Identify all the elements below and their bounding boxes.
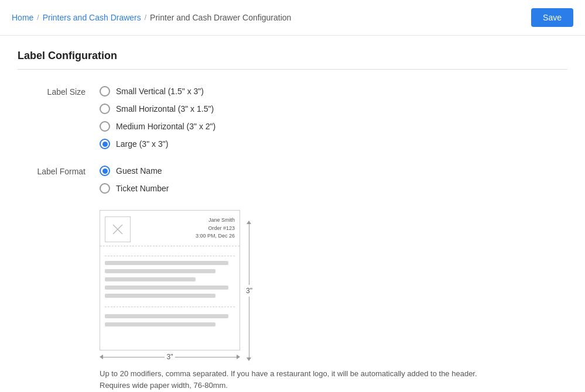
label-medium-horizontal-text: Medium Horizontal (3" x 2")	[116, 122, 215, 131]
label-line-4	[105, 286, 228, 290]
label-large-text: Large (3" x 3")	[116, 139, 168, 149]
label-size-large[interactable]: Large (3" x 3")	[100, 139, 215, 149]
label-format-guest-name[interactable]: Guest Name	[100, 166, 169, 176]
label-format-options: Guest Name Ticket Number	[100, 166, 169, 194]
label-size-small-vertical[interactable]: Small Vertical (1.5" x 3")	[100, 86, 215, 97]
preview-time-label: 3:00 PM, Dec 26	[135, 232, 235, 240]
label-guest-info: Jane Smith Order #123 3:00 PM, Dec 26	[135, 216, 235, 242]
label-preview-header: Jane Smith Order #123 3:00 PM, Dec 26	[100, 211, 240, 246]
dim-line-h	[103, 357, 165, 357]
dim-height-label: 3"	[246, 285, 252, 297]
label-dashed-sep-1	[105, 256, 235, 256]
radio-guest-name-fill	[102, 169, 108, 174]
label-body	[100, 246, 240, 307]
radio-large-fill	[102, 142, 108, 147]
breadcrumb-sep-2: /	[145, 13, 146, 22]
label-size-label: Label Size	[18, 86, 100, 97]
dimension-bottom: 3"	[100, 353, 240, 361]
caption-text: Up to 20 modifiers, comma separated. If …	[100, 368, 498, 391]
dim-width-label: 3"	[165, 353, 176, 361]
preview-order-label: Order #123	[135, 225, 235, 233]
label-format-row: Label Format Guest Name Ticket Number	[18, 166, 567, 194]
label-line-1	[105, 261, 228, 265]
label-line-5	[105, 294, 215, 298]
dim-line-v-2	[249, 297, 249, 357]
radio-guest-name	[100, 166, 110, 176]
dim-line-h-2	[175, 357, 237, 357]
label-line-6	[105, 314, 228, 318]
label-preview-wrap: Jane Smith Order #123 3:00 PM, Dec 26	[100, 210, 567, 361]
label-small-horizontal-text: Small Horizontal (3" x 1.5")	[116, 104, 214, 114]
label-format-ticket-number[interactable]: Ticket Number	[100, 183, 169, 194]
label-ticket-number-text: Ticket Number	[116, 184, 169, 193]
label-bottom-lines	[100, 307, 240, 333]
label-size-medium-horizontal[interactable]: Medium Horizontal (3" x 2")	[100, 121, 215, 132]
breadcrumb-sep-1: /	[37, 13, 39, 22]
label-size-row: Label Size Small Vertical (1.5" x 3") Sm…	[18, 86, 567, 149]
dim-line-v	[249, 224, 249, 285]
label-preview-diagram: Jane Smith Order #123 3:00 PM, Dec 26	[100, 210, 240, 350]
radio-large	[100, 139, 110, 149]
arrow-right-icon	[237, 355, 240, 359]
arrow-v-container: 3"	[246, 221, 252, 361]
label-line-3	[105, 277, 196, 281]
radio-small-vertical	[100, 86, 110, 97]
label-guest-name-text: Guest Name	[116, 166, 162, 176]
radio-medium-horizontal	[100, 121, 110, 132]
label-small-vertical-text: Small Vertical (1.5" x 3")	[116, 87, 204, 96]
preview-guest-name: Jane Smith	[135, 216, 235, 225]
breadcrumb-printers[interactable]: Printers and Cash Drawers	[43, 13, 141, 22]
label-line-7	[105, 322, 215, 326]
page-content: Label Configuration Label Size Small Ver…	[0, 36, 585, 392]
label-size-small-horizontal[interactable]: Small Horizontal (3" x 1.5")	[100, 104, 215, 114]
label-logo-placeholder	[105, 216, 131, 242]
breadcrumb-current: Printer and Cash Drawer Configuration	[150, 13, 291, 22]
breadcrumb: Home / Printers and Cash Drawers / Print…	[12, 13, 291, 22]
save-button[interactable]: Save	[531, 8, 573, 27]
label-size-options: Small Vertical (1.5" x 3") Small Horizon…	[100, 86, 215, 149]
radio-small-horizontal	[100, 104, 110, 114]
breadcrumb-bar: Home / Printers and Cash Drawers / Print…	[0, 0, 585, 36]
arrow-down-icon	[247, 357, 251, 361]
section-title: Label Configuration	[18, 50, 567, 70]
radio-ticket-number	[100, 183, 110, 194]
preview-section: Jane Smith Order #123 3:00 PM, Dec 26	[100, 210, 567, 391]
breadcrumb-home[interactable]: Home	[12, 13, 33, 22]
label-line-2	[105, 269, 215, 273]
label-format-label: Label Format	[18, 166, 100, 176]
